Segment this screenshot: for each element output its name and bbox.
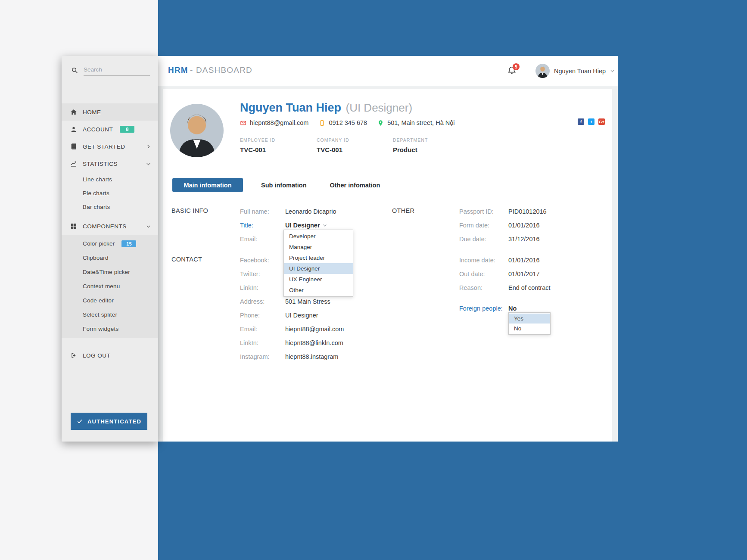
facebook-icon[interactable]: f <box>578 118 584 125</box>
field-row: Form date: 01/01/2016 <box>459 221 540 230</box>
topbar-divider <box>528 63 528 79</box>
avatar <box>535 64 550 78</box>
sidebar-item-clipboard[interactable]: Clipboard <box>62 251 158 265</box>
sidebar-item-code-editor[interactable]: Code editor <box>62 293 158 308</box>
employee-id-block: EMPLOYEE ID TVC-001 <box>240 137 275 153</box>
tab-sub-infomation[interactable]: Sub infomation <box>261 182 307 189</box>
dropdown-option-selected[interactable]: Yes <box>509 314 550 324</box>
foreign-people-dropdown: Yes No <box>508 312 551 335</box>
profile-card: Nguyen Tuan Hiep (UI Designer) hiepnt88@… <box>163 89 612 442</box>
sidebar-item-components[interactable]: COMPONENTS <box>62 218 158 235</box>
department-value: Product <box>393 146 428 153</box>
field-row: Phone: UI Designer <box>240 311 318 320</box>
dropdown-option[interactable]: Developer <box>284 231 353 242</box>
field-value: 01/01/2016 <box>508 257 540 264</box>
field-label: Income date: <box>459 257 508 264</box>
field-row: Instagram: hiepnt88.instagram <box>240 352 338 361</box>
sidebar-item-logout[interactable]: LOG OUT <box>62 347 158 364</box>
sidebar-item-form-widgets[interactable]: Form widgets <box>62 322 158 336</box>
field-label: Form date: <box>459 222 508 229</box>
sidebar-item-statistics[interactable]: STATISTICS <box>62 155 158 172</box>
dropdown-option[interactable]: No <box>509 324 550 333</box>
sidebar-item-label: Code editor <box>83 297 114 304</box>
dropdown-option[interactable]: UX Engineer <box>284 274 353 285</box>
field-row: LinkIn: hiepnt88@linkln.com <box>240 339 343 347</box>
google-plus-icon[interactable]: G+ <box>598 118 605 125</box>
field-row: Passport ID: PID01012016 <box>459 207 547 216</box>
company-id-value: TVC-001 <box>317 146 349 153</box>
phone-icon <box>319 120 325 126</box>
sidebar-item-label: Color picker <box>83 240 115 247</box>
section-other: OTHER <box>392 207 414 214</box>
chevron-down-icon <box>146 224 151 229</box>
sidebar-menu: HOME ACCOUNT 8 GET STARTED STATISTICS Li… <box>62 103 158 364</box>
book-icon <box>70 143 77 150</box>
location-icon <box>377 120 384 126</box>
field-row: Due date: 31/12/2016 <box>459 235 540 243</box>
search-bar <box>71 65 150 76</box>
user-icon <box>70 126 77 133</box>
sidebar-item-home[interactable]: HOME <box>62 103 158 121</box>
tab-main-infomation[interactable]: Main infomation <box>172 178 243 192</box>
sidebar-item-bar-charts[interactable]: Bar charts <box>62 200 158 214</box>
envelope-icon <box>240 120 246 126</box>
user-menu[interactable]: Nguyen Tuan Hiep <box>535 64 615 78</box>
sidebar-item-pie-charts[interactable]: Pie charts <box>62 186 158 200</box>
search-input[interactable] <box>84 65 150 76</box>
employee-id-value: TVC-001 <box>240 146 275 153</box>
sidebar-item-label: Context menu <box>83 283 120 289</box>
dropdown-option[interactable]: Project leader <box>284 252 353 263</box>
field-row: Facebook: <box>240 256 285 264</box>
company-id-block: COMPANY ID TVC-001 <box>317 137 349 153</box>
title-select-value[interactable]: UI Designer <box>285 222 320 229</box>
section-contact: CONTACT <box>171 256 202 263</box>
employee-role: (UI Designer) <box>345 101 412 114</box>
field-label: Due date: <box>459 236 508 243</box>
sidebar-item-datetime-picker[interactable]: Date&Time picker <box>62 265 158 279</box>
sidebar-item-label: Form widgets <box>83 326 118 332</box>
twitter-icon[interactable]: t <box>588 118 594 125</box>
phone-item: 0912 345 678 <box>319 119 367 126</box>
sidebar-item-label: Line charts <box>83 176 112 183</box>
phone-value: 0912 345 678 <box>329 119 367 126</box>
department-label: DEPARTMENT <box>393 137 428 143</box>
authenticated-label: AUTHENTICATED <box>87 418 141 425</box>
field-row: Email: hiepnt88@gmail.com <box>240 325 344 333</box>
field-label: Email: <box>240 326 285 333</box>
sidebar-item-label: COMPONENTS <box>83 223 127 230</box>
page-label: - DASHBOARD <box>190 65 252 75</box>
field-label: Title: <box>240 222 285 229</box>
chevron-down-icon <box>610 68 615 73</box>
page-title: HRM- DASHBOARD <box>168 65 252 75</box>
dropdown-option[interactable]: Manager <box>284 242 353 252</box>
notifications-button[interactable]: 5 <box>507 66 518 77</box>
foreign-people-row: Foreign people: No <box>459 304 517 313</box>
email-value: hiepnt88@gmail.com <box>250 119 308 126</box>
main-area: HRM- DASHBOARD 5 Nguyen Tuan Hiep Nguyen <box>158 56 618 442</box>
sidebar-item-label: Date&Time picker <box>83 269 130 275</box>
sidebar-item-color-picker[interactable]: Color picker 15 <box>62 236 158 251</box>
components-submenu: Color picker 15 Clipboard Date&Time pick… <box>62 235 158 338</box>
dropdown-option-selected[interactable]: UI Designer <box>284 263 353 274</box>
components-icon <box>70 223 77 230</box>
sidebar-item-get-started[interactable]: GET STARTED <box>62 138 158 155</box>
sidebar-item-context-menu[interactable]: Context menu <box>62 279 158 293</box>
tab-other-infomation[interactable]: Other infomation <box>330 182 380 189</box>
foreign-people-select-value[interactable]: No <box>508 305 517 312</box>
field-row: Email: <box>240 235 285 243</box>
field-row: Income date: 01/01/2016 <box>459 256 540 264</box>
home-icon <box>70 109 77 115</box>
social-links: f t G+ <box>578 118 605 125</box>
user-name: Nguyen Tuan Hiep <box>554 68 606 75</box>
field-value: 31/12/2016 <box>508 236 540 243</box>
field-value: 01/01/2017 <box>508 271 540 277</box>
field-label: Reason: <box>459 284 508 291</box>
section-basic-info: BASIC INFO <box>171 207 208 214</box>
authenticated-button[interactable]: AUTHENTICATED <box>71 413 147 430</box>
dropdown-option[interactable]: Other <box>284 285 353 296</box>
sidebar-item-line-charts[interactable]: Line charts <box>62 172 158 186</box>
chevron-down-icon <box>146 161 151 167</box>
field-value: 01/01/2016 <box>508 222 540 229</box>
sidebar-item-account[interactable]: ACCOUNT 8 <box>62 121 158 138</box>
sidebar-item-select-spliter[interactable]: Select spliter <box>62 308 158 322</box>
